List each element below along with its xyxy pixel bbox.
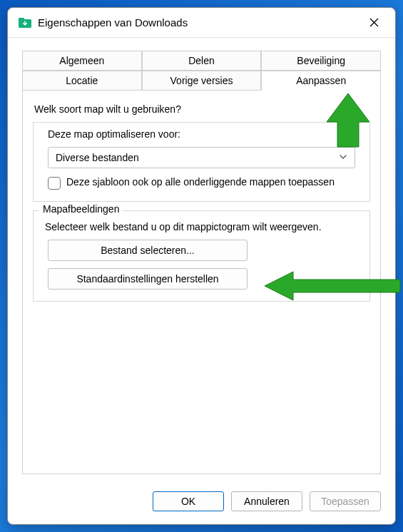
optimize-group: Deze map optimaliseren voor: Diverse bes…	[33, 122, 370, 202]
tab-aanpassen[interactable]: Aanpassen	[261, 71, 381, 91]
svg-rect-1	[19, 18, 24, 21]
dialog-footer: OK Annuleren Toepassen	[8, 481, 395, 524]
downloads-folder-icon	[18, 16, 32, 30]
tab-strip: Algemeen Delen Beveiliging Locatie Vorig…	[22, 51, 381, 91]
folder-images-group-label: Mapafbeeldingen	[39, 203, 123, 215]
window-title: Eigenschappen van Downloads	[38, 16, 358, 29]
titlebar: Eigenschappen van Downloads	[8, 8, 395, 38]
properties-dialog: Eigenschappen van Downloads Algemeen Del…	[7, 7, 396, 525]
close-button[interactable]	[358, 11, 389, 34]
tab-panel: Welk soort map wilt u gebruiken? Deze ma…	[22, 91, 381, 474]
chevron-down-icon	[339, 153, 347, 163]
tab-locatie[interactable]: Locatie	[22, 71, 142, 91]
folder-images-desc: Selecteer welk bestand u op dit mappicto…	[45, 221, 359, 232]
apply-subfolders-checkbox[interactable]	[48, 177, 61, 190]
select-file-button[interactable]: Bestand selecteren...	[48, 240, 248, 261]
optimize-label: Deze map optimaliseren voor:	[48, 128, 359, 140]
tab-beveiliging[interactable]: Beveiliging	[261, 51, 381, 71]
restore-defaults-button[interactable]: Standaardinstellingen herstellen	[48, 268, 248, 290]
apply-button[interactable]: Toepassen	[310, 491, 381, 511]
select-value: Diverse bestanden	[56, 152, 139, 163]
apply-subfolders-label: Deze sjabloon ook op alle onderliggende …	[66, 175, 335, 189]
cancel-button[interactable]: Annuleren	[231, 491, 302, 511]
tab-vorige-versies[interactable]: Vorige versies	[142, 71, 262, 91]
folder-type-question: Welk soort map wilt u gebruiken?	[34, 103, 370, 115]
folder-type-select[interactable]: Diverse bestanden	[48, 147, 355, 168]
apply-subfolders-row: Deze sjabloon ook op alle onderliggende …	[48, 175, 355, 190]
ok-button[interactable]: OK	[153, 491, 224, 511]
dialog-content: Algemeen Delen Beveiliging Locatie Vorig…	[8, 38, 395, 481]
tab-algemeen[interactable]: Algemeen	[22, 51, 142, 71]
folder-images-group: Mapafbeeldingen Selecteer welk bestand u…	[33, 210, 370, 302]
tab-delen[interactable]: Delen	[142, 51, 262, 71]
